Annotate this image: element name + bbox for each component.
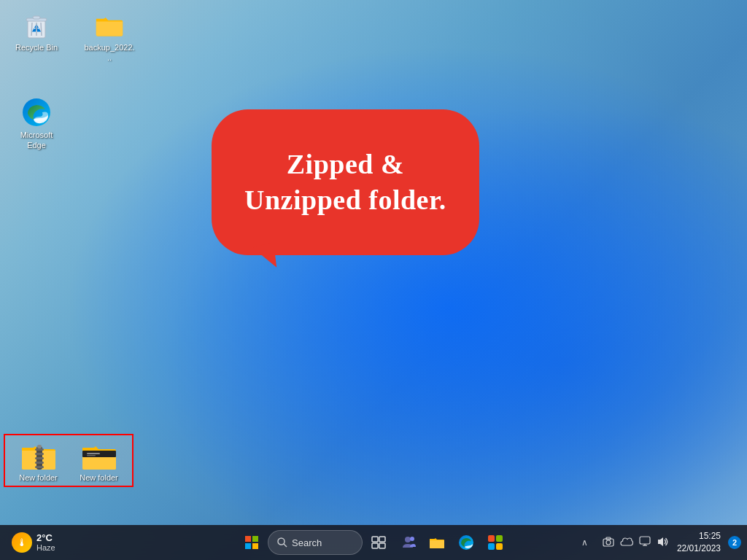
desktop-icons-top-row: Recycle Bin backup_2022... — [7, 7, 139, 66]
backup-folder-icon[interactable]: backup_2022... — [80, 7, 139, 66]
svg-rect-12 — [35, 466, 44, 468]
edge-taskbar-icon — [458, 534, 474, 551]
svg-rect-23 — [372, 537, 378, 542]
store-button[interactable] — [482, 529, 508, 556]
temperature: 2°C — [36, 532, 55, 544]
file-explorer-button[interactable] — [424, 529, 450, 556]
svg-rect-17 — [245, 536, 251, 542]
clock[interactable]: 15:25 22/01/2023 — [674, 530, 724, 555]
svg-rect-31 — [496, 535, 503, 542]
cloud-icon — [620, 537, 633, 547]
search-label: Search — [292, 537, 322, 548]
svg-point-28 — [410, 537, 414, 541]
cloud-tray-icon[interactable] — [619, 535, 635, 551]
notification-badge[interactable]: 2 — [728, 536, 741, 549]
speaker-icon — [657, 536, 668, 548]
bubble-line1: Zipped & — [287, 149, 404, 179]
file-explorer-icon — [429, 535, 445, 550]
svg-rect-8 — [35, 448, 44, 451]
svg-line-3 — [31, 23, 32, 36]
show-hidden-icons-button[interactable]: ∧ — [572, 529, 598, 556]
monitor-icon — [639, 536, 651, 548]
chevron-icon: ∧ — [581, 537, 588, 548]
svg-rect-32 — [488, 543, 495, 550]
svg-rect-11 — [35, 462, 44, 464]
teams-button[interactable] — [395, 529, 421, 556]
weather-text: 2°C Haze — [36, 532, 55, 553]
taskbar: 🌡 2°C Haze — [0, 525, 747, 560]
folder-highlight-box: New folder New folder — [4, 434, 133, 487]
task-view-button[interactable] — [365, 529, 392, 556]
svg-rect-19 — [245, 543, 251, 549]
svg-rect-33 — [496, 543, 503, 550]
svg-rect-25 — [372, 543, 378, 548]
search-bar[interactable]: Search — [268, 530, 363, 555]
svg-rect-18 — [252, 536, 258, 542]
speech-bubble-text: Zipped & Unzipped folder. — [244, 147, 446, 219]
svg-line-5 — [41, 23, 42, 36]
notification-count: 2 — [732, 538, 737, 547]
clock-date: 22/01/2023 — [677, 542, 721, 555]
recycle-bin-icon[interactable]: Recycle Bin — [7, 7, 66, 66]
new-folder-unzipped-label: New folder — [80, 473, 118, 482]
system-tray: ∧ — [572, 529, 670, 556]
task-view-icon — [371, 535, 386, 550]
backup-folder-label: backup_2022... — [83, 42, 136, 63]
svg-point-35 — [606, 540, 611, 545]
display-tray-icon[interactable] — [638, 534, 652, 551]
search-icon — [277, 537, 287, 548]
edge-label: Microsoft Edge — [10, 130, 63, 151]
svg-point-27 — [405, 537, 411, 542]
svg-rect-13 — [37, 445, 42, 448]
svg-rect-30 — [488, 535, 495, 542]
svg-rect-24 — [379, 537, 385, 542]
svg-rect-2 — [33, 16, 40, 19]
zipped-folder-item[interactable]: New folder — [11, 439, 66, 482]
svg-rect-16 — [87, 455, 96, 456]
edge-taskbar-button[interactable] — [453, 529, 479, 556]
clock-time: 15:25 — [699, 530, 721, 542]
taskbar-left: 🌡 2°C Haze — [6, 529, 61, 556]
taskbar-center: Search — [239, 529, 508, 556]
bubble-line2: Unzipped folder. — [244, 184, 446, 215]
desktop: Recycle Bin backup_2022... — [0, 0, 747, 560]
weather-widget[interactable]: 🌡 2°C Haze — [6, 529, 61, 556]
weather-condition: Haze — [36, 543, 55, 553]
svg-rect-26 — [379, 543, 385, 548]
svg-rect-37 — [640, 537, 650, 544]
svg-rect-20 — [252, 543, 258, 549]
unzipped-folder-item[interactable]: New folder — [71, 439, 126, 482]
weather-icon: 🌡 — [12, 532, 32, 553]
new-folder-zipped-label: New folder — [19, 473, 58, 482]
svg-rect-10 — [35, 457, 44, 459]
store-icon — [487, 534, 503, 551]
volume-tray-icon[interactable] — [655, 534, 670, 551]
teams-icon — [400, 534, 416, 551]
camera-icon — [603, 537, 614, 547]
svg-rect-9 — [35, 453, 44, 455]
camera-tray-icon[interactable] — [601, 535, 616, 551]
recycle-bin-label: Recycle Bin — [15, 42, 58, 52]
svg-rect-15 — [87, 453, 100, 454]
taskbar-right: ∧ — [572, 529, 741, 556]
svg-line-22 — [284, 544, 287, 547]
speech-bubble: Zipped & Unzipped folder. — [212, 109, 479, 255]
svg-point-21 — [278, 538, 285, 545]
microsoft-edge-icon[interactable]: Microsoft Edge — [7, 95, 66, 154]
start-button[interactable] — [239, 529, 265, 556]
